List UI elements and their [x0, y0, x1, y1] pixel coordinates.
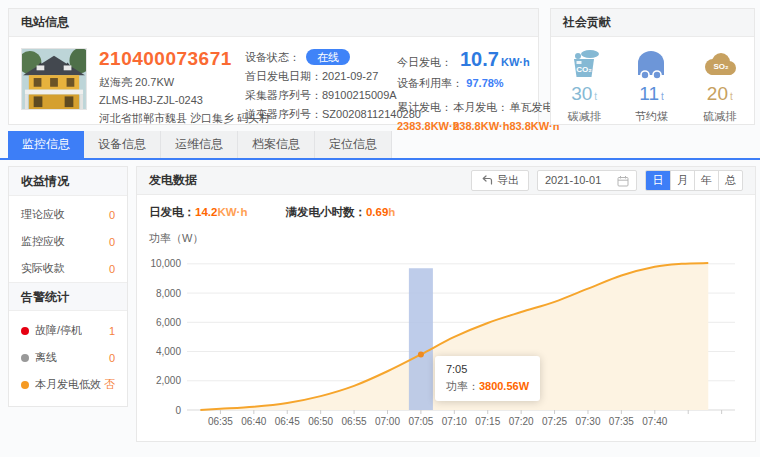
svg-text:07:35: 07:35: [609, 416, 634, 427]
social-panel-title: 社会贡献: [551, 9, 754, 37]
coal-value: 11: [639, 83, 659, 104]
svg-text:CO₂: CO₂: [576, 65, 592, 74]
svg-text:07:10: 07:10: [442, 416, 467, 427]
revenue-value: 0: [109, 236, 115, 248]
collector-value: 89100215009A: [322, 89, 397, 101]
chart-plot-area: 02,0004,0006,0008,00010,00006:3506:4006:…: [149, 248, 743, 438]
export-arrow-icon: [481, 175, 493, 186]
revenue-row-theoretical: 理论应收 0: [9, 201, 127, 228]
tab-operation[interactable]: 运维信息: [161, 131, 238, 158]
station-photo: [21, 48, 87, 110]
svg-text:07:00: 07:00: [375, 416, 400, 427]
metric-total-generation: 累计发电： 2383.8KW·h: [397, 100, 453, 132]
tab-device[interactable]: 设备信息: [84, 131, 161, 158]
utilization-label: 设备利用率：: [397, 77, 463, 89]
social-item-coal: 11t 节约煤: [632, 46, 670, 124]
carbon-label: 碳减排: [566, 109, 602, 124]
full-hours-unit: h: [388, 206, 395, 218]
station-address: 河北省邯郸市魏县 沙口集乡 码头村: [99, 109, 245, 127]
coal-unit: t: [661, 91, 664, 102]
svg-text:07:15: 07:15: [475, 416, 500, 427]
device-status-label: 设备状态：: [245, 51, 300, 63]
revenue-row-monitored: 监控应收 0: [9, 228, 127, 255]
alarm-section-title: 告警统计: [9, 282, 127, 311]
inverter-label: 逆变器序列号：: [245, 108, 322, 120]
social-item-carbon: CO₂ 30t 碳减排: [566, 46, 602, 124]
svg-text:SO₂: SO₂: [713, 62, 729, 71]
svg-text:06:40: 06:40: [241, 416, 266, 427]
today-generation-unit: KW·h: [501, 56, 530, 68]
sulfur-value: 20: [707, 83, 728, 104]
sulfur-label: 硫减排: [701, 109, 739, 124]
alarm-label: 本月发电低效: [35, 377, 101, 392]
svg-text:4,000: 4,000: [156, 346, 181, 357]
svg-text:06:35: 06:35: [208, 416, 233, 427]
generation-data-panel: 发电数据 导出 2021-10-01 日 月 年: [136, 166, 756, 442]
svg-text:6,000: 6,000: [156, 317, 181, 328]
svg-text:8,000: 8,000: [156, 288, 181, 299]
calendar-icon: [617, 175, 629, 187]
alarm-label: 故障/停机: [35, 323, 82, 338]
carbon-value: 30: [571, 83, 592, 104]
svg-text:07:20: 07:20: [509, 416, 534, 427]
low-efficiency-dot-icon: [21, 381, 29, 389]
carbon-unit: t: [594, 91, 597, 102]
revenue-label: 监控应收: [21, 234, 65, 249]
svg-text:07:25: 07:25: [542, 416, 567, 427]
first-gen-value: 2021-09-27: [322, 70, 378, 82]
range-option-year[interactable]: 年: [694, 171, 718, 190]
tab-archive[interactable]: 档案信息: [238, 131, 315, 158]
alarm-value: 1: [109, 325, 115, 337]
utilization-row: 设备利用率： 97.78%: [397, 76, 566, 91]
revenue-label: 实际收款: [21, 261, 65, 276]
coal-saved-icon: [632, 48, 670, 80]
revenue-section-title: 收益情况: [9, 167, 127, 196]
alarm-row-fault: 故障/停机 1: [9, 317, 127, 344]
full-hours-value: 0.69: [366, 206, 388, 218]
collector-row: 采集器序列号：89100215009A: [245, 86, 381, 105]
today-generation-row: 今日发电： 10.7 KW·h: [397, 48, 566, 71]
today-generation-value: 10.7: [460, 48, 499, 71]
tab-bar: 监控信息 设备信息 运维信息 档案信息 定位信息: [0, 131, 760, 160]
range-option-day[interactable]: 日: [646, 171, 670, 190]
station-info-panel: 电站信息 210400073671 赵海亮 20.7KW ZLMS-HBJ: [8, 8, 539, 125]
tab-monitoring[interactable]: 监控信息: [8, 131, 84, 158]
collector-label: 采集器序列号：: [245, 89, 322, 101]
station-owner: 赵海亮 20.7KW: [99, 73, 245, 91]
export-button[interactable]: 导出: [471, 170, 529, 191]
export-label: 导出: [497, 167, 519, 194]
range-option-total[interactable]: 总: [718, 171, 742, 190]
coal-label: 节约煤: [632, 109, 670, 124]
svg-text:10,000: 10,000: [150, 258, 181, 269]
revenue-label: 理论应收: [21, 207, 65, 222]
range-option-month[interactable]: 月: [670, 171, 694, 190]
today-generation-label: 今日发电：: [397, 55, 452, 70]
social-contribution-panel: 社会贡献 CO₂ 30t 碳减排: [550, 8, 755, 125]
svg-text:07:40: 07:40: [642, 416, 667, 427]
metric-month-generation: 本月发电： 238.8KW·h: [453, 100, 509, 132]
date-picker[interactable]: 2021-10-01: [537, 170, 637, 191]
date-value: 2021-10-01: [545, 167, 601, 194]
utilization-value: 97.78%: [466, 77, 503, 89]
svg-text:0: 0: [175, 405, 181, 416]
first-gen-row: 首日发电日期：2021-09-27: [245, 67, 381, 86]
fault-dot-icon: [21, 327, 29, 335]
alarm-label: 离线: [35, 350, 57, 365]
station-panel-title: 电站信息: [9, 9, 538, 37]
first-gen-label: 首日发电日期：: [245, 70, 322, 82]
sidebar-panel: 收益情况 理论应收 0 监控应收 0 实际收款 0 告警统计 故障/停机 1 离…: [8, 166, 128, 407]
power-area-chart[interactable]: 02,0004,0006,0008,00010,00006:3506:4006:…: [149, 248, 745, 436]
day-generation-value: 14.2: [195, 206, 217, 218]
svg-text:2,000: 2,000: [156, 375, 181, 386]
metric-label: 本月发电：: [453, 100, 509, 115]
inverter-row: 逆变器序列号：SZ00208112140280: [245, 105, 381, 124]
svg-text:07:30: 07:30: [575, 416, 600, 427]
chart-stats-row: 日发电：14.2KW·h满发电小时数：0.69h: [149, 205, 743, 220]
tab-location[interactable]: 定位信息: [315, 131, 392, 158]
co2-reduction-icon: CO₂: [566, 48, 602, 80]
svg-text:06:45: 06:45: [275, 416, 300, 427]
svg-text:06:55: 06:55: [342, 416, 367, 427]
svg-text:06:50: 06:50: [308, 416, 333, 427]
device-status-row: 设备状态：在线: [245, 48, 381, 67]
metric-label: 累计发电：: [397, 100, 453, 115]
